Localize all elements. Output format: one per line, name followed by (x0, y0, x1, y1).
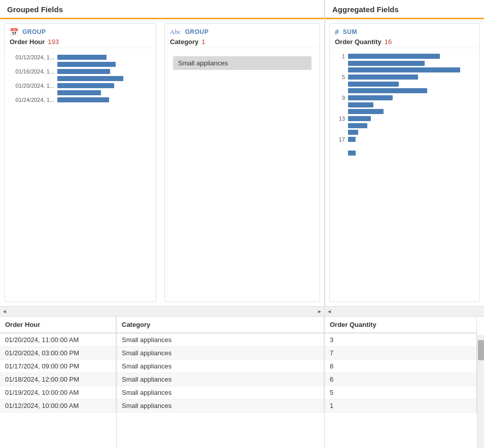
bar-wrap-5 (57, 90, 152, 95)
order-hour-bar-chart: 01/12/2024, 1... 01/16/2024, 1... (9, 52, 152, 105)
table-row: 01/18/2024, 12:00:00 PM (0, 373, 116, 386)
order-hour-table-body: 01/20/2024, 11:00:00 AM 01/20/2024, 03:0… (0, 333, 116, 413)
bar-row-1 (9, 62, 152, 67)
agg-field-name: Order Quantity (335, 38, 382, 46)
agg-bar-fill-2 (348, 67, 460, 72)
order-hour-cell: 01/19/2024, 10:00:00 AM (0, 386, 116, 399)
bottom-left-inner: Order Hour 01/20/2024, 11:00:00 AM 01/20… (0, 317, 324, 448)
category-card: Abc GROUP Category 1 Small appliances (164, 23, 320, 302)
agg-bar-row-8 (334, 109, 475, 114)
agg-bar-fill-0 (348, 54, 440, 59)
scroll-right-arrow[interactable]: ► (317, 309, 322, 314)
category-card-body: Small appliances (165, 48, 320, 302)
scrollbar-thumb[interactable] (478, 340, 484, 360)
category-cell: Small appliances (117, 399, 324, 413)
bar-row-4: 01/20/2024, 1... (9, 83, 152, 89)
order-quantity-cell: 1 (325, 399, 477, 413)
order-hour-card-body: 01/12/2024, 1... 01/16/2024, 1... (5, 48, 156, 302)
grouped-fields-header: Grouped Fields (0, 0, 324, 19)
bar-fill-0 (57, 55, 107, 60)
agg-bar-fill-7 (348, 102, 373, 107)
agg-bar-wrap-6 (348, 95, 475, 100)
bar-wrap-1 (57, 62, 152, 67)
agg-bar-wrap-3 (348, 74, 475, 80)
agg-bar-fill-8 (348, 109, 384, 114)
agg-bar-fill-5 (348, 88, 427, 93)
agg-bar-row-12: 17 (334, 136, 475, 142)
order-hour-col-header: Order Hour (0, 317, 116, 333)
agg-bar-label-3: 5 (334, 74, 345, 80)
bar-row-3 (9, 76, 152, 81)
category-col-header: Category (117, 317, 324, 333)
bar-row-5 (9, 90, 152, 95)
agg-card-header: # SUM Order Quantity 16 (330, 24, 479, 48)
table-row: Small appliances (117, 399, 324, 413)
category-cell: Small appliances (117, 333, 324, 347)
order-quantity-table-body: 3 7 8 6 5 1 (325, 333, 477, 413)
bottom-section: Order Hour 01/20/2024, 11:00:00 AM 01/20… (0, 316, 484, 448)
agg-bar-fill-6 (348, 95, 393, 100)
table-row: 1 (325, 399, 477, 413)
agg-bar-fill-1 (348, 61, 425, 66)
agg-bar-row-5 (334, 88, 475, 93)
category-selected-item[interactable]: Small appliances (173, 56, 312, 70)
agg-bar-fill-9 (348, 116, 371, 121)
bar-row-2: 01/16/2024, 1... (9, 68, 152, 74)
category-count: 1 (201, 38, 205, 46)
category-cell: Small appliances (117, 347, 324, 360)
category-column: Category Small appliances Small applianc… (117, 317, 324, 448)
order-quantity-table-header: Order Quantity (325, 317, 477, 333)
scroll-agg-left-arrow[interactable]: ◄ (327, 309, 332, 314)
bar-fill-2 (57, 69, 110, 74)
agg-bar-chart: 1 5 (334, 52, 475, 297)
bar-fill-1 (57, 62, 116, 67)
category-cell: Small appliances (117, 386, 324, 399)
order-quantity-cell: 8 (325, 360, 477, 373)
table-row: 01/17/2024, 09:00:00 PM (0, 360, 116, 373)
category-table-body: Small appliances Small appliances Small … (117, 333, 324, 413)
order-hour-table-header: Order Hour (0, 317, 116, 333)
bar-label-6: 01/24/2024, 1... (9, 97, 54, 103)
scrollbar-track[interactable] (477, 335, 484, 448)
table-row: Small appliances (117, 373, 324, 386)
top-section: Grouped Fields 📅 GROUP Order Hour 193 (0, 0, 484, 306)
order-quantity-table: Order Quantity 3 7 8 6 5 1 (325, 317, 477, 413)
bar-wrap-4 (57, 83, 152, 88)
grouped-cards-row: 📅 GROUP Order Hour 193 01/12/2024, 1... (0, 19, 324, 306)
category-table: Category Small appliances Small applianc… (117, 317, 324, 413)
bar-label-4: 01/20/2024, 1... (9, 83, 54, 89)
order-hour-cell: 01/18/2024, 12:00:00 PM (0, 373, 116, 386)
order-hour-cell: 01/20/2024, 03:00:00 PM (0, 347, 116, 360)
scroll-left-arrow[interactable]: ◄ (2, 309, 7, 314)
agg-bar-row-13 (334, 144, 475, 149)
scroll-bar-right[interactable]: ◄ (325, 307, 484, 316)
bar-fill-5 (57, 90, 101, 95)
agg-bar-fill-4 (348, 82, 399, 87)
table-row: 3 (325, 333, 477, 347)
agg-bar-fill-3 (348, 74, 418, 80)
table-row: 01/12/2024, 10:00:00 AM (0, 399, 116, 413)
agg-bar-row-9: 13 (334, 116, 475, 122)
agg-bar-row-6: 9 (334, 95, 475, 101)
bottom-right-table: Order Quantity 3 7 8 6 5 1 (325, 317, 484, 448)
bar-label-0: 01/12/2024, 1... (9, 54, 54, 60)
aggregated-fields-panel: Aggregated Fields # SUM Order Quantity 1… (325, 0, 484, 306)
agg-bar-fill-12 (348, 137, 356, 142)
main-container: Grouped Fields 📅 GROUP Order Hour 193 (0, 0, 484, 448)
table-row: Small appliances (117, 386, 324, 399)
order-hour-card: 📅 GROUP Order Hour 193 01/12/2024, 1... (4, 23, 156, 302)
bar-fill-4 (57, 83, 114, 88)
bar-wrap-2 (57, 69, 152, 74)
abc-icon: Abc (170, 28, 181, 36)
hash-icon: # (335, 28, 339, 36)
order-hour-cell: 01/17/2024, 09:00:00 PM (0, 360, 116, 373)
table-row: 01/19/2024, 10:00:00 AM (0, 386, 116, 399)
agg-bar-wrap-1 (348, 61, 475, 66)
category-type-label: GROUP (185, 28, 209, 35)
category-field-name: Category (170, 38, 198, 46)
category-cell: Small appliances (117, 360, 324, 373)
table-row: Small appliances (117, 360, 324, 373)
scroll-bar-left[interactable]: ◄ ► (0, 307, 325, 316)
agg-bar-row-11 (334, 130, 475, 135)
agg-bar-row-1 (334, 61, 475, 66)
